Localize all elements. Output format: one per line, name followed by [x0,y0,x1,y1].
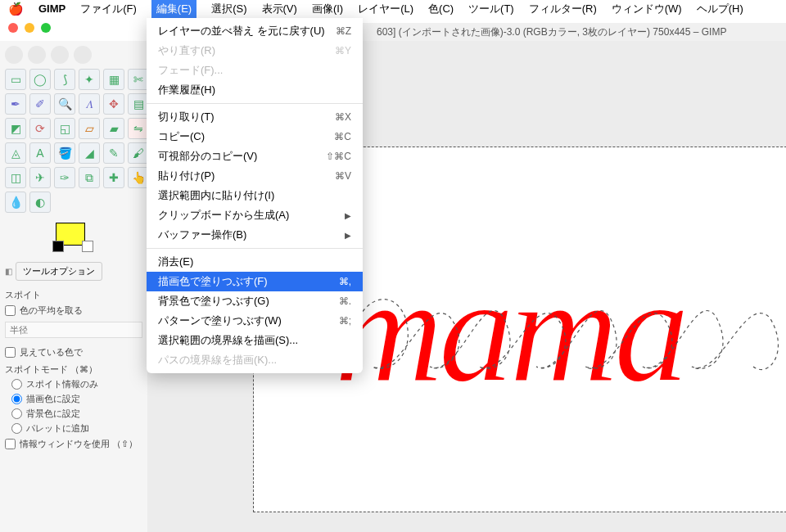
cage-tool[interactable]: ◬ [5,142,26,164]
menu-item[interactable]: 選択範囲内に貼り付け(I) [147,186,363,205]
menu-color[interactable]: 色(C) [428,2,454,16]
menu-item-label: やり直す(R) [158,43,215,58]
toolbox-tabs [5,46,142,64]
section-label: スポイト [5,289,142,301]
window-title: 603] (インポートされた画像)-3.0 (RGBカラー, 3枚のレイヤー) … [377,25,726,39]
pencil-tool[interactable]: ✎ [103,142,124,164]
tool-grid: ▭ ◯ ⟆ ✦ ▦ ✄ ✒ ✐ 🔍 𝛬 ✥ ▤ ◩ ⟳ ◱ ▱ ▰ ⇋ ◬ A … [5,69,142,213]
mode-palette-radio[interactable]: パレットに追加 [11,422,142,435]
menu-select[interactable]: 選択(S) [211,2,246,16]
mode-fg-radio[interactable]: 描画色に設定 [11,393,142,405]
system-menubar: 🍎 GIMP ファイル(F) 編集(E) 選択(S) 表示(V) 画像(I) レ… [0,0,786,18]
menu-shortcut: ⌘, [339,276,351,287]
info-window-checkbox[interactable]: 情報ウィンドウを使用 （⇧） [5,438,142,450]
menu-item-label: 切り取り(T) [158,110,215,124]
menu-item-label: 貼り付け(P) [158,169,215,183]
heal-tool[interactable]: ✚ [103,167,124,188]
menu-item-label: 描画色で塗りつぶす(F) [158,274,268,289]
menu-item[interactable]: バッファー操作(B)▶ [147,225,363,245]
menu-shortcut: ⌘X [335,111,351,123]
toolbox-tab-icon[interactable] [5,46,23,64]
toolbox-tab-icon[interactable] [51,46,69,64]
toolbox-tab-icon[interactable] [74,46,92,64]
menu-item-label: 選択範囲の境界線を描画(S)... [158,333,298,348]
dodge-tool[interactable]: ◐ [29,192,51,213]
menu-separator [147,248,363,249]
menu-edit[interactable]: 編集(E) [151,0,196,18]
toolbox-tab-icon[interactable] [28,46,46,64]
menu-item: フェード(F)... [147,61,363,80]
menu-item[interactable]: 可視部分のコピー(V)⇧⌘C [147,147,363,166]
blur-tool[interactable]: 💧 [5,192,26,213]
menu-item[interactable]: 貼り付け(P)⌘V [147,166,363,186]
fuzzy-select-tool[interactable]: ✦ [79,69,100,90]
crop-tool[interactable]: ◩ [5,118,26,139]
perspective-tool[interactable]: ▰ [103,118,124,139]
menu-tools[interactable]: ツール(T) [468,2,514,16]
menu-view[interactable]: 表示(V) [262,2,297,16]
background-color[interactable] [52,241,64,252]
color-swatches[interactable] [52,221,142,250]
menu-item-label: バッファー操作(B) [158,228,246,242]
apple-menu[interactable]: 🍎 [8,2,24,16]
menu-item: やり直す(R)⌘Y [147,41,363,61]
sample-average-checkbox[interactable]: 色の平均を取る [5,304,142,317]
mode-bg-radio[interactable]: 背景色に設定 [11,408,142,420]
move-tool[interactable]: ✥ [103,93,124,115]
paths-tool[interactable]: ✒ [5,93,26,115]
menu-window[interactable]: ウィンドウ(W) [612,2,682,16]
menu-item[interactable]: 消去(E) [147,252,363,272]
minimize-icon[interactable] [25,23,34,33]
bucket-fill-tool[interactable]: 🪣 [54,142,75,164]
menu-item-label: レイヤーの並べ替え を元に戻す(U) [158,24,325,38]
rotate-tool[interactable]: ⟳ [29,118,51,139]
menu-item[interactable]: 描画色で塗りつぶす(F)⌘, [147,272,363,291]
shear-tool[interactable]: ▱ [79,118,100,139]
eraser-tool[interactable]: ◫ [5,167,26,188]
menu-app[interactable]: GIMP [38,2,66,15]
window-controls [8,23,51,33]
submenu-arrow-icon: ▶ [345,211,351,220]
menu-shortcut: ⌘Y [335,45,351,56]
menu-shortcut: ⌘C [334,131,351,142]
section-label: スポイトモード （⌘） [5,363,142,376]
measure-tool[interactable]: 𝛬 [79,93,100,115]
menu-item[interactable]: 選択範囲の境界線を描画(S)... [147,331,363,350]
menu-shortcut: ⌘. [339,295,351,307]
swap-colors-icon[interactable] [82,241,93,252]
mode-info-radio[interactable]: スポイト情報のみ [11,378,142,390]
zoom-tool[interactable]: 🔍 [54,93,75,115]
by-color-select-tool[interactable]: ▦ [103,69,124,90]
ink-tool[interactable]: ✑ [54,167,75,188]
text-tool[interactable]: A [29,142,51,164]
visible-color-checkbox[interactable]: 見えている色で [5,346,142,358]
menu-item[interactable]: レイヤーの並べ替え を元に戻す(U)⌘Z [147,21,363,41]
menu-filters[interactable]: フィルター(R) [529,2,597,16]
menu-help[interactable]: ヘルプ(H) [697,2,743,16]
menu-item[interactable]: コピー(C)⌘C [147,127,363,147]
menu-item[interactable]: 切り取り(T)⌘X [147,107,363,127]
menu-item[interactable]: パターンで塗りつぶす(W)⌘; [147,311,363,331]
airbrush-tool[interactable]: ✈ [29,167,51,188]
clone-tool[interactable]: ⧉ [79,167,100,188]
menu-shortcut: ⌘Z [336,25,351,37]
menu-item[interactable]: クリップボードから生成(A)▶ [147,205,363,225]
menu-layer[interactable]: レイヤー(L) [358,2,413,16]
close-icon[interactable] [8,23,18,33]
options-icon: ◧ [5,267,12,276]
menu-shortcut: ⇧⌘C [326,151,351,162]
menu-file[interactable]: ファイル(F) [80,2,137,16]
lasso-tool[interactable]: ⟆ [54,69,75,90]
radius-input[interactable] [5,322,142,338]
tool-options-button[interactable]: ツールオプション [16,262,102,281]
menu-image[interactable]: 画像(I) [312,2,343,16]
maximize-icon[interactable] [41,23,51,33]
menu-item[interactable]: 背景色で塗りつぶす(G)⌘. [147,291,363,311]
menu-item[interactable]: 作業履歴(H) [147,80,363,100]
color-picker-tool[interactable]: ✐ [29,93,51,115]
rect-select-tool[interactable]: ▭ [5,69,26,90]
scale-tool[interactable]: ◱ [54,118,75,139]
menu-item-label: コピー(C) [158,129,205,144]
blend-tool[interactable]: ◢ [79,142,100,164]
ellipse-select-tool[interactable]: ◯ [29,69,51,90]
